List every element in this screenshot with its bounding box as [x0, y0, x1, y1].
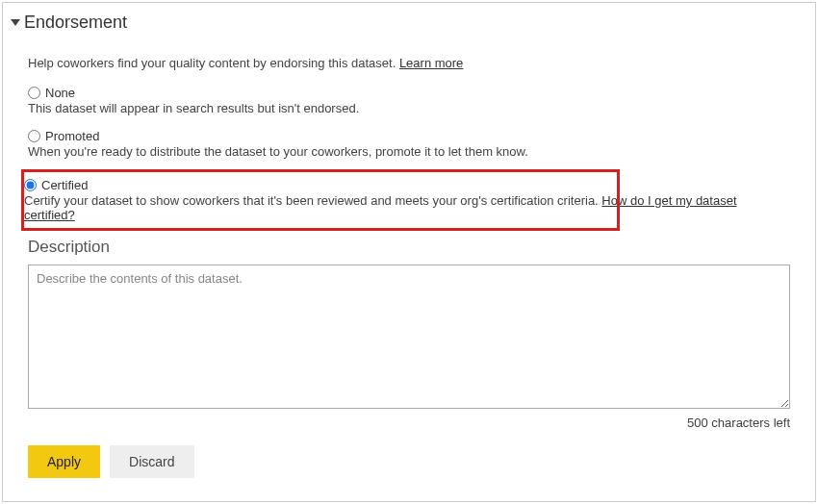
option-certified-desc: Certify your dataset to show coworkers t…: [24, 193, 786, 222]
option-none-desc: This dataset will appear in search resul…: [28, 101, 790, 115]
apply-button[interactable]: Apply: [28, 445, 100, 478]
section-title: Endorsement: [24, 13, 127, 33]
option-certified-desc-text: Certify your dataset to show coworkers t…: [24, 193, 601, 208]
endorsement-panel: Endorsement Help coworkers find your qua…: [2, 2, 816, 502]
help-text: Help coworkers find your quality content…: [28, 56, 790, 70]
option-none-label: None: [45, 86, 75, 100]
option-promoted: Promoted When you're ready to distribute…: [28, 129, 790, 159]
discard-button[interactable]: Discard: [110, 445, 193, 478]
description-title: Description: [28, 238, 790, 257]
option-promoted-label: Promoted: [45, 129, 99, 143]
radio-none[interactable]: [28, 87, 40, 99]
radio-certified[interactable]: [24, 179, 37, 191]
option-promoted-desc: When you're ready to distribute the data…: [28, 144, 790, 159]
learn-more-link[interactable]: Learn more: [399, 56, 463, 70]
option-certified-highlight: Certified Certify your dataset to show c…: [24, 172, 617, 228]
section-header[interactable]: Endorsement: [3, 3, 815, 37]
button-row: Apply Discard: [3, 430, 815, 493]
description-textarea[interactable]: [28, 265, 790, 409]
caret-down-icon: [11, 19, 20, 26]
option-none: None This dataset will appear in search …: [28, 86, 790, 115]
radio-promoted[interactable]: [28, 130, 40, 142]
option-certified-label: Certified: [41, 178, 88, 192]
character-count: 500 characters left: [28, 416, 790, 430]
section-content: Help coworkers find your quality content…: [3, 37, 815, 430]
help-text-body: Help coworkers find your quality content…: [28, 56, 399, 70]
